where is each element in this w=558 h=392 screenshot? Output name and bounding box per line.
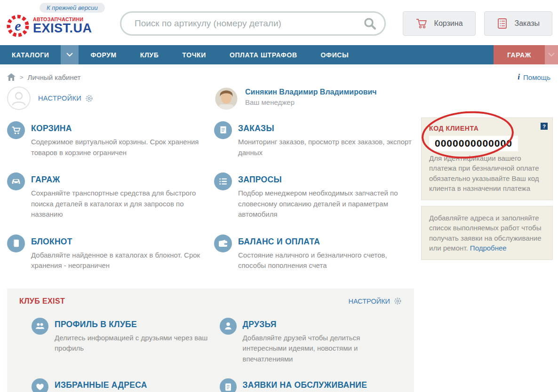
features-column-left: КОРЗИНА Содержимое виртуальной корзины. … xyxy=(7,121,214,286)
user-profile-block: НАСТРОЙКИ xyxy=(7,86,214,110)
client-code-value: 0000000000000 xyxy=(429,136,518,151)
client-code-description: Для идентификации вашего платежа при без… xyxy=(429,153,545,193)
feature-text: КОРЗИНА Содержимое виртуальной корзины. … xyxy=(31,121,205,158)
more-details-link[interactable]: Подробнее xyxy=(470,244,507,252)
feature-description: Подбор менеджером необходимых запчастей … xyxy=(238,188,412,220)
club-settings-link[interactable]: НАСТРОЙКИ xyxy=(348,297,402,305)
user-avatar-placeholder[interactable] xyxy=(7,86,31,110)
catalogs-dropdown-toggle[interactable] xyxy=(61,45,79,64)
client-code-title: КОД КЛИЕНТА xyxy=(429,125,545,132)
car-icon xyxy=(7,172,25,190)
nav-item-forum[interactable]: ФОРУМ xyxy=(79,45,128,64)
club-item-description: Делитесь информацией с друзьями через ва… xyxy=(55,333,214,354)
club-item-title[interactable]: ИЗБРАННЫЕ АДРЕСА xyxy=(55,380,150,390)
feature-text: БАЛАНС И ОПЛАТА Состояние наличного и бе… xyxy=(238,235,412,271)
breadcrumb: > Личный кабинет i Помощь xyxy=(0,64,558,85)
previous-version-link[interactable]: К прежней версии xyxy=(40,3,105,13)
manager-role: Ваш менеджер xyxy=(245,98,377,106)
feature-orders[interactable]: ЗАКАЗЫ Мониторинг заказов, просмотр всех… xyxy=(214,121,421,158)
feature-garage[interactable]: ГАРАЖ Сохраняйте транспортные средства д… xyxy=(7,172,214,220)
gear-icon xyxy=(394,297,402,305)
nav-item-garage[interactable]: ГАРАЖ xyxy=(494,45,545,64)
service-note-box: Добавляйте адреса и заполняйте список вы… xyxy=(421,206,553,260)
club-item-text: ДРУЗЬЯ Добавляйте друзей чтобы делиться … xyxy=(243,318,402,365)
manager-info: Синякин Владимир Владимирович Ваш менедж… xyxy=(245,86,377,106)
club-item-title[interactable]: ПРОФИЛЬ В КЛУБЕ xyxy=(55,320,214,329)
nav-item-club[interactable]: КЛУБ xyxy=(128,45,171,64)
search-icon xyxy=(363,17,376,30)
feature-text: БЛОКНОТ Добавляйте найденное в каталогах… xyxy=(31,235,205,271)
feature-balance[interactable]: БАЛАНС И ОПЛАТА Состояние наличного и бе… xyxy=(214,235,421,271)
club-item-description: Добавляйте друзей чтобы делиться интерес… xyxy=(243,333,402,365)
feature-requests[interactable]: ЗАПРОСЫ Подбор менеджером необходимых за… xyxy=(214,172,421,220)
manager-block: Синякин Владимир Владимирович Ваш менедж… xyxy=(214,86,377,111)
main-content: КОРЗИНА Содержимое виртуальной корзины. … xyxy=(0,121,558,286)
help-link[interactable]: i Помощь xyxy=(518,72,550,82)
sidebar: ? КОД КЛИЕНТА 0000000000000 Для идентифи… xyxy=(421,118,558,286)
orders-button-label: Заказы xyxy=(515,19,540,28)
feature-title[interactable]: БЛОКНОТ xyxy=(31,237,205,247)
profile-settings-link[interactable]: НАСТРОЙКИ xyxy=(38,94,93,102)
list-icon xyxy=(214,172,232,190)
club-title: КЛУБ EXIST xyxy=(19,297,65,306)
manager-avatar[interactable] xyxy=(214,86,239,111)
header-buttons: Корзина Заказы xyxy=(403,11,552,36)
feature-text: ЗАКАЗЫ Мониторинг заказов, просмотр всех… xyxy=(238,121,412,158)
question-help-icon[interactable]: ? xyxy=(541,123,548,130)
person-icon xyxy=(220,318,237,335)
garage-dropdown-toggle[interactable] xyxy=(545,45,558,64)
feature-text: ГАРАЖ Сохраняйте транспортные средства д… xyxy=(31,172,205,220)
feature-title[interactable]: ЗАПРОСЫ xyxy=(238,175,412,185)
club-item-profile[interactable]: ПРОФИЛЬ В КЛУБЕ Делитесь информацией с д… xyxy=(32,318,214,365)
feature-title[interactable]: БАЛАНС И ОПЛАТА xyxy=(238,237,412,247)
logo-text: АВТОЗАПЧАСТИНИ EXIST.UA xyxy=(33,17,92,35)
logo-title: EXIST.UA xyxy=(33,22,92,35)
breadcrumb-separator: > xyxy=(20,74,24,81)
receipt-icon xyxy=(214,121,232,139)
heart-icon xyxy=(32,378,48,392)
feature-description: Добавляйте найденное в каталогах в блокн… xyxy=(31,250,205,271)
cart-icon xyxy=(7,121,25,139)
people-icon xyxy=(32,318,48,335)
cart-button-label: Корзина xyxy=(434,19,463,28)
home-icon[interactable] xyxy=(7,73,16,81)
club-settings-label: НАСТРОЙКИ xyxy=(348,298,390,305)
nav-spacer xyxy=(360,45,494,64)
search-submit-button[interactable] xyxy=(363,17,376,30)
nav-item-catalogs[interactable]: КАТАЛОГИ xyxy=(0,45,61,64)
feature-description: Содержимое виртуальной корзины. Срок хра… xyxy=(31,137,205,158)
nav-item-offices[interactable]: ОФИСЫ xyxy=(309,45,361,64)
feature-title[interactable]: ЗАКАЗЫ xyxy=(238,124,412,133)
feature-cart[interactable]: КОРЗИНА Содержимое виртуальной корзины. … xyxy=(7,121,214,158)
nav-item-fines[interactable]: ОПЛАТА ШТРАФОВ xyxy=(218,45,309,64)
chevron-down-icon xyxy=(548,53,555,57)
header: К прежней версии e АВТОЗАПЧАСТИНИ EXIST.… xyxy=(0,0,558,45)
cart-button[interactable]: Корзина xyxy=(403,11,476,36)
nav-item-points[interactable]: ТОЧКИ xyxy=(170,45,218,64)
feature-notebook[interactable]: БЛОКНОТ Добавляйте найденное в каталогах… xyxy=(7,235,214,271)
orders-button[interactable]: Заказы xyxy=(484,11,552,36)
club-item-title[interactable]: ЗАЯВКИ НА ОБСЛУЖИВАНИЕ xyxy=(243,380,402,390)
main-nav: КАТАЛОГИ ФОРУМ КЛУБ ТОЧКИ ОПЛАТА ШТРАФОВ… xyxy=(0,45,558,64)
exist-logo[interactable]: e АВТОЗАПЧАСТИНИ EXIST.UA xyxy=(6,13,102,39)
info-icon: i xyxy=(518,72,520,82)
svg-text:e: e xyxy=(15,18,21,33)
club-item-friends[interactable]: ДРУЗЬЯ Добавляйте друзей чтобы делиться … xyxy=(220,318,402,365)
club-item-title[interactable]: ДРУЗЬЯ xyxy=(243,320,402,329)
manager-name[interactable]: Синякин Владимир Владимирович xyxy=(245,88,377,96)
service-note-text: Добавляйте адреса и заполняйте список вы… xyxy=(429,213,545,253)
feature-title[interactable]: КОРЗИНА xyxy=(31,124,205,133)
feature-title[interactable]: ГАРАЖ xyxy=(31,175,205,185)
club-item-text: ИЗБРАННЫЕ АДРЕСА Список избранных автото… xyxy=(55,378,150,392)
gear-logo-icon: e xyxy=(6,13,32,39)
chevron-down-icon xyxy=(66,53,73,57)
club-item-addresses[interactable]: ИЗБРАННЫЕ АДРЕСА Список избранных автото… xyxy=(32,378,214,392)
club-item-service-requests[interactable]: ЗАЯВКИ НА ОБСЛУЖИВАНИЕ Записывайтесь на … xyxy=(220,378,402,392)
club-item-text: ПРОФИЛЬ В КЛУБЕ Делитесь информацией с д… xyxy=(55,318,214,365)
breadcrumb-current: Личный кабинет xyxy=(28,73,81,81)
features-column-center: ЗАКАЗЫ Мониторинг заказов, просмотр всех… xyxy=(214,121,421,286)
search-input[interactable] xyxy=(120,11,386,36)
personal-cabinet-page: К прежней версии e АВТОЗАПЧАСТИНИ EXIST.… xyxy=(0,0,558,392)
profile-settings-label: НАСТРОЙКИ xyxy=(38,94,81,102)
feature-description: Сохраняйте транспортные средства для быс… xyxy=(31,188,205,220)
